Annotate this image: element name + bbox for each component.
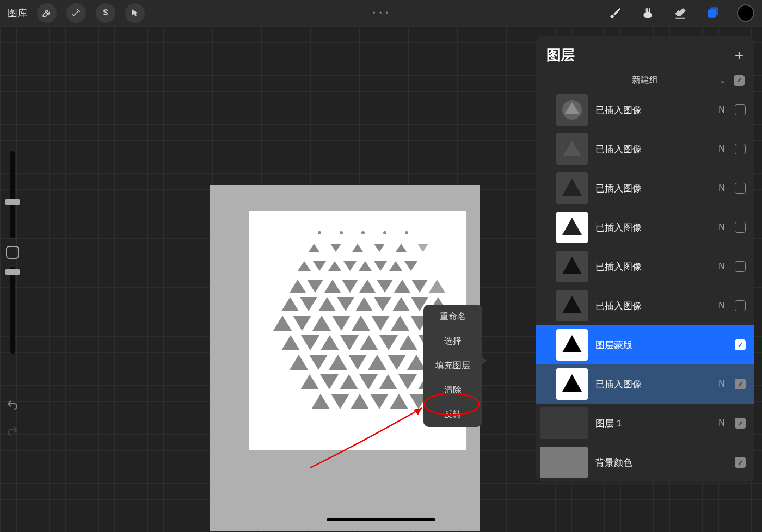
layer-row-background[interactable]: 背景颜色 ✓ bbox=[536, 443, 754, 482]
svg-marker-68 bbox=[340, 374, 358, 389]
visibility-checkbox[interactable]: ✓ bbox=[735, 457, 746, 468]
layer-name: 已插入图像 bbox=[595, 378, 709, 391]
svg-marker-31 bbox=[300, 297, 317, 311]
svg-marker-30 bbox=[281, 297, 299, 311]
brush-opacity-slider[interactable] bbox=[10, 267, 15, 354]
layer-row[interactable]: 图层 1 N ✓ bbox=[536, 404, 754, 443]
layer-thumbnail bbox=[556, 133, 588, 165]
blend-mode-letter[interactable]: N bbox=[716, 379, 727, 389]
context-fill[interactable]: 填充图层 bbox=[423, 354, 482, 378]
layer-row[interactable]: 已插入图像 N bbox=[536, 90, 754, 129]
undo-button[interactable] bbox=[4, 397, 21, 413]
layer-name: 已插入图像 bbox=[595, 182, 709, 195]
selection-tool-button[interactable] bbox=[96, 3, 115, 23]
context-rename[interactable]: 重命名 bbox=[423, 305, 482, 329]
svg-marker-85 bbox=[562, 257, 582, 274]
svg-marker-28 bbox=[411, 280, 428, 293]
layer-thumbnail bbox=[556, 251, 588, 282]
svg-marker-21 bbox=[290, 280, 306, 293]
visibility-checkbox[interactable] bbox=[735, 104, 746, 115]
layer-name: 图层蒙版 bbox=[595, 339, 709, 351]
layer-group-row[interactable]: 新建组 ⌄ ✓ bbox=[536, 71, 754, 90]
context-clear[interactable]: 清除 bbox=[423, 378, 482, 403]
svg-marker-18 bbox=[374, 261, 387, 271]
adjustments-tool-button[interactable] bbox=[66, 3, 86, 23]
wrench-icon bbox=[42, 8, 52, 18]
svg-marker-8 bbox=[330, 244, 341, 252]
eraser-tool-button[interactable] bbox=[672, 4, 689, 22]
svg-marker-51 bbox=[321, 335, 339, 350]
svg-marker-16 bbox=[343, 261, 357, 271]
color-picker-button[interactable] bbox=[737, 4, 754, 22]
layer-name: 背景颜色 bbox=[595, 456, 709, 469]
layer-name: 已插入图像 bbox=[595, 261, 709, 273]
svg-rect-1 bbox=[710, 7, 718, 15]
svg-marker-25 bbox=[359, 280, 376, 293]
svg-marker-13 bbox=[298, 261, 311, 271]
layer-row[interactable]: 已插入图像 N bbox=[536, 286, 754, 325]
transform-tool-button[interactable] bbox=[125, 3, 145, 23]
home-indicator[interactable] bbox=[327, 518, 435, 521]
svg-marker-76 bbox=[370, 394, 389, 409]
svg-marker-88 bbox=[562, 374, 582, 392]
wrench-tool-button[interactable] bbox=[37, 3, 57, 23]
slider-thumb[interactable] bbox=[5, 199, 20, 205]
svg-marker-63 bbox=[388, 355, 406, 370]
context-invert[interactable]: 反转 bbox=[423, 403, 482, 427]
layer-row[interactable]: 已插入图像 N bbox=[536, 129, 754, 169]
layers-tool-button[interactable] bbox=[704, 4, 722, 22]
blend-mode-letter[interactable]: N bbox=[716, 301, 727, 311]
visibility-checkbox[interactable]: ✓ bbox=[735, 418, 746, 429]
layer-name: 已插入图像 bbox=[595, 143, 709, 156]
gallery-button[interactable]: 图库 bbox=[8, 7, 27, 20]
svg-marker-66 bbox=[300, 374, 319, 389]
visibility-checkbox[interactable]: ✓ bbox=[735, 339, 746, 350]
layer-row[interactable]: 已插入图像 N bbox=[536, 208, 754, 247]
smudge-tool-button[interactable] bbox=[639, 4, 656, 22]
layer-row-mask[interactable]: 图层蒙版 ✓ bbox=[536, 325, 754, 364]
svg-point-4 bbox=[361, 231, 365, 234]
redo-button[interactable] bbox=[4, 423, 21, 440]
svg-marker-62 bbox=[368, 355, 386, 370]
svg-marker-49 bbox=[281, 335, 300, 350]
blend-mode-letter[interactable]: N bbox=[716, 144, 727, 154]
blend-mode-letter[interactable]: N bbox=[716, 262, 727, 271]
svg-marker-9 bbox=[352, 244, 363, 252]
brush-icon bbox=[608, 6, 622, 20]
svg-marker-73 bbox=[311, 394, 330, 409]
brush-size-slider[interactable] bbox=[10, 151, 15, 238]
blend-mode-letter[interactable]: N bbox=[716, 418, 727, 428]
svg-marker-36 bbox=[392, 297, 410, 311]
add-layer-button[interactable]: + bbox=[735, 47, 743, 64]
svg-marker-64 bbox=[407, 355, 426, 370]
visibility-checkbox[interactable] bbox=[735, 183, 746, 194]
context-select[interactable]: 选择 bbox=[423, 329, 482, 354]
layer-name: 已插入图像 bbox=[595, 104, 709, 116]
svg-marker-19 bbox=[389, 261, 402, 271]
modify-indicator-icon[interactable]: • • • bbox=[373, 9, 389, 17]
slider-thumb[interactable] bbox=[5, 269, 20, 275]
visibility-checkbox[interactable] bbox=[735, 222, 746, 233]
svg-marker-34 bbox=[355, 297, 373, 311]
modify-button[interactable] bbox=[6, 246, 19, 259]
svg-marker-41 bbox=[312, 316, 331, 331]
svg-marker-20 bbox=[404, 261, 417, 271]
visibility-checkbox[interactable] bbox=[735, 144, 746, 154]
blend-mode-letter[interactable]: N bbox=[716, 105, 727, 115]
visibility-checkbox[interactable] bbox=[735, 261, 746, 272]
layer-row[interactable]: 已插入图像 N bbox=[536, 247, 754, 286]
layers-panel: 图层 + 新建组 ⌄ ✓ 已插入图像 N 已插入图像 N 已插入图像 N 已插入… bbox=[536, 36, 754, 482]
arrow-cursor-icon bbox=[130, 8, 140, 18]
visibility-checkbox[interactable]: ✓ bbox=[735, 379, 746, 389]
visibility-checkbox[interactable] bbox=[735, 300, 746, 311]
blend-mode-letter[interactable]: N bbox=[716, 222, 727, 232]
svg-marker-67 bbox=[320, 374, 339, 389]
chevron-down-icon[interactable]: ⌄ bbox=[719, 75, 726, 85]
layer-row[interactable]: 已插入图像 N ✓ bbox=[536, 364, 754, 404]
brush-tool-button[interactable] bbox=[606, 4, 624, 22]
layer-row[interactable]: 已插入图像 N bbox=[536, 169, 754, 208]
redo-icon bbox=[6, 425, 19, 438]
blend-mode-letter[interactable]: N bbox=[716, 183, 727, 193]
group-visibility-checkbox[interactable]: ✓ bbox=[734, 75, 745, 86]
svg-marker-77 bbox=[390, 394, 408, 409]
